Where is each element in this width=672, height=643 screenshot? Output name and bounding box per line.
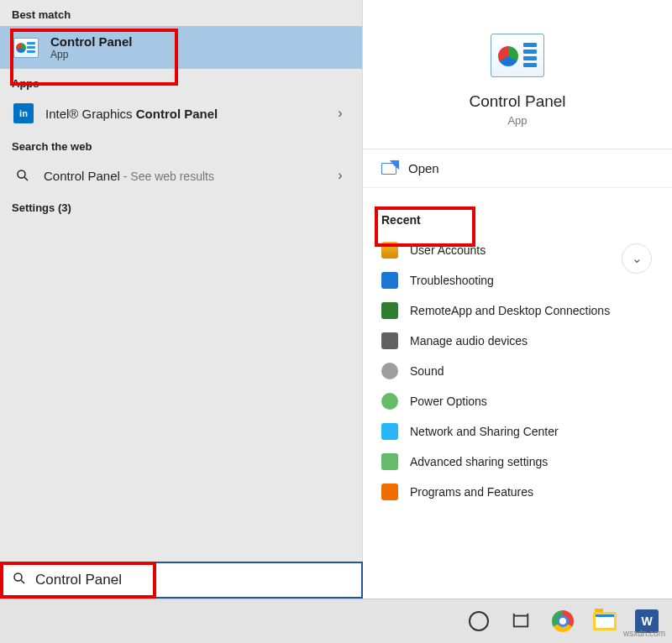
best-match-result[interactable]: Control Panel App bbox=[0, 26, 362, 69]
best-match-label: Best match bbox=[0, 0, 362, 26]
control-panel-icon bbox=[491, 34, 544, 77]
recent-item-label: User Accounts bbox=[410, 243, 486, 257]
chrome-icon[interactable] bbox=[548, 606, 578, 636]
app-header: Control Panel App bbox=[363, 0, 672, 149]
preview-subtitle: App bbox=[507, 114, 527, 127]
recent-item-programs-features[interactable]: Programs and Features bbox=[363, 477, 672, 507]
recent-item-audio-devices[interactable]: Manage audio devices bbox=[363, 326, 672, 356]
search-web-label: Search the web bbox=[0, 132, 362, 158]
search-input[interactable] bbox=[35, 572, 351, 588]
recent-item-advanced-sharing[interactable]: Advanced sharing settings bbox=[363, 447, 672, 477]
user-accounts-icon bbox=[381, 242, 398, 259]
svg-point-0 bbox=[18, 170, 25, 178]
settings-label[interactable]: Settings (3) bbox=[0, 193, 362, 219]
open-icon bbox=[381, 163, 396, 175]
recent-item-label: Network and Sharing Center bbox=[410, 425, 559, 438]
chevron-down-icon: ⌄ bbox=[632, 251, 643, 266]
recent-item-label: Advanced sharing settings bbox=[410, 455, 548, 468]
watermark: wsxdn.com bbox=[623, 629, 665, 638]
preview-title: Control Panel bbox=[469, 92, 565, 111]
recent-item-network-sharing[interactable]: Network and Sharing Center bbox=[363, 416, 672, 447]
recent-item-label: Manage audio devices bbox=[410, 334, 528, 348]
chevron-right-icon[interactable]: › bbox=[332, 168, 349, 183]
recent-item-label: Sound bbox=[410, 364, 444, 378]
network-icon bbox=[381, 423, 398, 440]
programs-features-icon bbox=[381, 484, 398, 500]
web-result-label: Control Panel - See web results bbox=[44, 169, 320, 183]
web-result[interactable]: Control Panel - See web results › bbox=[0, 158, 362, 193]
file-explorer-icon[interactable] bbox=[590, 606, 620, 636]
intel-icon: in bbox=[13, 103, 34, 123]
recent-item-power-options[interactable]: Power Options bbox=[363, 386, 672, 416]
expand-button[interactable]: ⌄ bbox=[622, 243, 652, 274]
search-input-container[interactable] bbox=[0, 562, 363, 599]
svg-line-1 bbox=[24, 177, 28, 180]
best-match-title: Control Panel bbox=[50, 34, 133, 49]
open-label: Open bbox=[408, 161, 439, 175]
svg-line-3 bbox=[21, 580, 24, 583]
best-match-subtitle: App bbox=[50, 49, 133, 60]
svg-rect-4 bbox=[514, 616, 528, 627]
control-panel-icon bbox=[13, 38, 39, 58]
search-icon bbox=[12, 571, 27, 590]
remoteapp-icon bbox=[381, 302, 398, 319]
recent-item-remoteapp[interactable]: RemoteApp and Desktop Connections bbox=[363, 295, 672, 326]
recent-item-sound[interactable]: Sound bbox=[363, 356, 672, 386]
open-action[interactable]: Open bbox=[363, 149, 672, 188]
search-results-pane: Best match Control Panel App Apps in Int… bbox=[0, 0, 363, 599]
recent-label: Recent bbox=[363, 188, 672, 235]
recent-item-label: Troubleshooting bbox=[410, 274, 494, 287]
troubleshooting-icon bbox=[381, 272, 398, 289]
apps-label: Apps bbox=[0, 69, 362, 95]
app-result-label: Intel® Graphics Control Panel bbox=[45, 107, 320, 121]
svg-point-2 bbox=[14, 573, 22, 581]
sound-icon bbox=[381, 363, 398, 379]
preview-pane: Control Panel App Open ⌄ Recent User Acc… bbox=[363, 0, 672, 599]
chevron-right-icon[interactable]: › bbox=[332, 106, 349, 121]
task-view-icon[interactable] bbox=[506, 606, 536, 636]
advanced-sharing-icon bbox=[381, 453, 398, 470]
recent-item-label: RemoteApp and Desktop Connections bbox=[410, 304, 610, 317]
cortana-icon[interactable] bbox=[464, 606, 494, 636]
audio-devices-icon bbox=[381, 332, 398, 349]
power-options-icon bbox=[381, 393, 398, 410]
search-icon bbox=[13, 166, 32, 185]
recent-item-label: Programs and Features bbox=[410, 485, 533, 499]
app-result-intel-graphics[interactable]: in Intel® Graphics Control Panel › bbox=[0, 95, 362, 132]
taskbar: W bbox=[0, 599, 672, 643]
recent-item-label: Power Options bbox=[410, 395, 487, 408]
recent-item-troubleshooting[interactable]: Troubleshooting bbox=[363, 265, 672, 295]
